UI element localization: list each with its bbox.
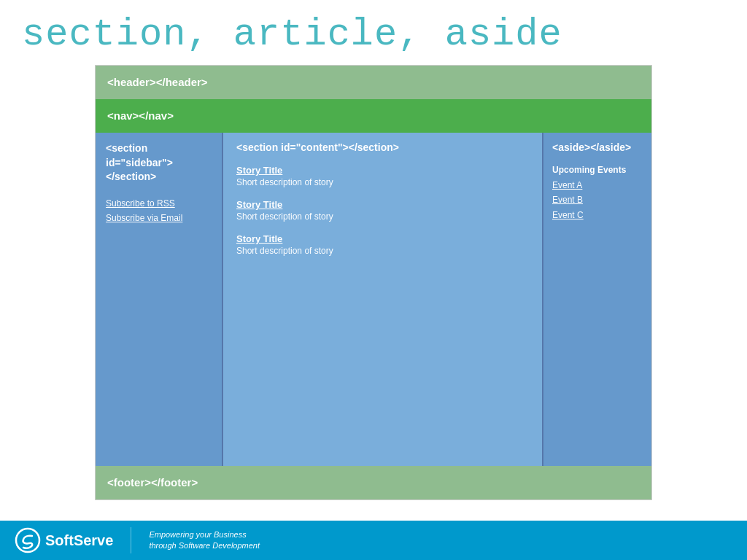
story-desc-2: Short description of story	[236, 211, 529, 222]
brand-name-label: SoftServe	[45, 532, 113, 549]
rss-link[interactable]: Subscribe to RSS	[106, 196, 212, 211]
softserve-logo-icon	[15, 527, 41, 553]
diagram-container: <header></header> <nav></nav> <section i…	[95, 65, 652, 500]
sidebar-column: <section id="sidebar"> </section> Subscr…	[96, 133, 223, 466]
footer-tag-label: <footer></footer>	[107, 476, 198, 489]
sidebar-tag-line1: <section	[106, 142, 147, 154]
content-column: <section id="content"></section> Story T…	[223, 133, 543, 466]
brand-bar: SoftServe Empowering your Business throu…	[0, 521, 747, 560]
event-a-link[interactable]: Event A	[552, 178, 643, 192]
page-title: section, article, aside	[0, 0, 747, 65]
email-link[interactable]: Subscribe via Email	[106, 211, 212, 225]
sidebar-tag-line2: id="sidebar">	[106, 157, 173, 168]
html-nav-row: <nav></nav>	[96, 99, 651, 133]
header-tag-label: <header></header>	[107, 76, 208, 88]
html-header-row: <header></header>	[96, 66, 651, 99]
story-title-2[interactable]: Story Title	[236, 199, 529, 210]
sidebar-tag: <section id="sidebar"> </section>	[106, 141, 212, 184]
brand-tagline: Empowering your Business through Softwar…	[149, 529, 260, 552]
main-content-row: <section id="sidebar"> </section> Subscr…	[96, 133, 651, 466]
story-desc-1: Short description of story	[236, 177, 529, 187]
story-item-1: Story Title Short description of story	[236, 165, 529, 187]
story-item-3: Story Title Short description of story	[236, 233, 529, 256]
content-tag-label: <section id="content"></section>	[236, 141, 529, 153]
sidebar-links: Subscribe to RSS Subscribe via Email	[106, 196, 212, 226]
event-b-link[interactable]: Event B	[552, 192, 643, 207]
brand-separator	[131, 527, 131, 553]
brand-logo: SoftServe	[15, 527, 113, 553]
aside-tag-label: <aside></aside>	[552, 141, 643, 153]
sidebar-tag-line3: </section>	[106, 171, 156, 182]
html-footer-row: <footer></footer>	[96, 466, 651, 499]
story-title-1[interactable]: Story Title	[236, 165, 529, 176]
nav-tag-label: <nav></nav>	[107, 109, 174, 122]
event-c-link[interactable]: Event C	[552, 208, 643, 222]
story-title-3[interactable]: Story Title	[236, 233, 529, 244]
aside-column: <aside></aside> Upcoming Events Event A …	[543, 133, 651, 466]
story-desc-3: Short description of story	[236, 246, 529, 256]
story-item-2: Story Title Short description of story	[236, 199, 529, 222]
upcoming-events-heading: Upcoming Events	[552, 165, 643, 175]
